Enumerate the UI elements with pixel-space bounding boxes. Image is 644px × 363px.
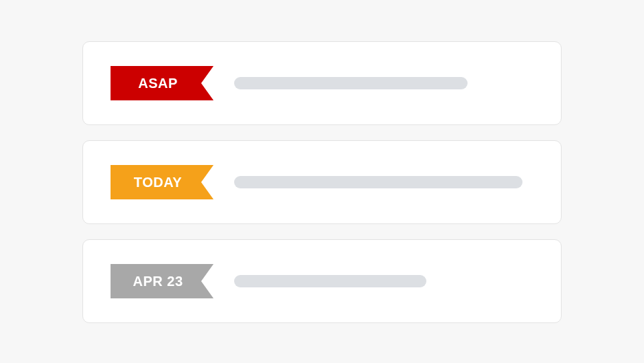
task-card[interactable]: ASAP [82,41,562,125]
priority-label: TODAY [134,175,182,190]
task-card[interactable]: TODAY [82,140,562,224]
task-card[interactable]: APR 23 [82,239,562,323]
task-title-placeholder [234,176,522,188]
priority-ribbon-asap: ASAP [111,66,214,100]
priority-label: APR 23 [133,274,183,289]
priority-ribbon-date: APR 23 [111,264,214,298]
task-title-placeholder [234,77,468,89]
priority-label: ASAP [138,76,178,91]
priority-ribbon-today: TODAY [111,165,214,199]
task-title-placeholder [234,275,426,287]
